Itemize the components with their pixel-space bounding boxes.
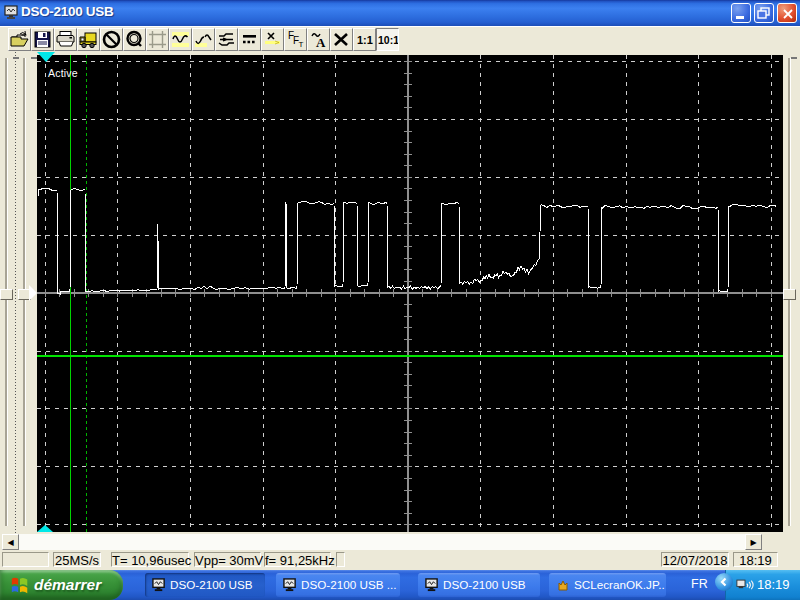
svg-text:T: T — [299, 40, 304, 49]
svg-text:10:1: 10:1 — [378, 34, 398, 46]
svg-text:1:1: 1:1 — [357, 34, 373, 46]
svg-text:Active: Active — [48, 67, 78, 79]
svg-text:A: A — [316, 35, 326, 50]
